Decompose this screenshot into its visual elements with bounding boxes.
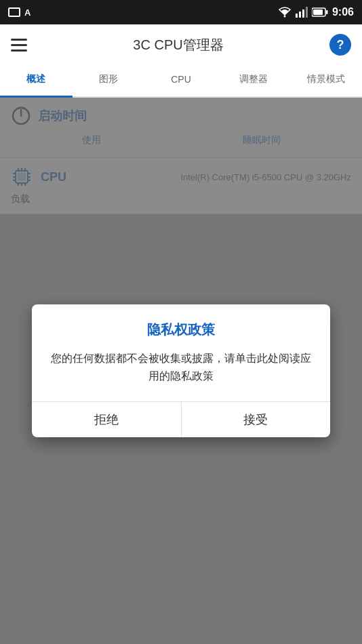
svg-point-0 [283, 16, 285, 18]
menu-button[interactable] [11, 39, 27, 52]
svg-rect-2 [299, 12, 301, 18]
status-bar-right: 9:06 [278, 6, 354, 18]
wifi-icon [278, 7, 291, 18]
status-bar: A 9:06 [0, 0, 362, 24]
keyboard-icon: A [24, 7, 31, 18]
tab-cpu[interactable]: CPU [145, 64, 218, 96]
battery-icon [312, 7, 328, 17]
accept-button[interactable]: 接受 [182, 402, 331, 437]
app-title: 3C CPU管理器 [133, 36, 223, 54]
dialog-title: 隐私权政策 [45, 321, 317, 339]
tab-overview[interactable]: 概述 [0, 64, 73, 96]
svg-rect-1 [296, 14, 298, 18]
svg-rect-3 [302, 9, 304, 18]
help-button[interactable]: ? [329, 34, 351, 56]
svg-rect-6 [326, 10, 328, 14]
top-bar: 3C CPU管理器 ? [0, 24, 362, 65]
tab-scene[interactable]: 情景模式 [289, 64, 362, 96]
svg-rect-7 [313, 9, 323, 15]
time-display: 9:06 [332, 6, 354, 18]
dialog-body: 您的任何数据都不会被收集或披露，请单击此处阅读应用的隐私政策 [45, 350, 317, 384]
tab-graph[interactable]: 图形 [73, 64, 145, 96]
dialog-overlay: 隐私权政策 您的任何数据都不会被收集或披露，请单击此处阅读应用的隐私政策 拒绝 … [0, 98, 362, 644]
status-bar-left: A [8, 7, 31, 18]
main-content: 启动时间 使用 睡眠时间 [0, 98, 362, 644]
signal-icon [296, 7, 308, 18]
reject-button[interactable]: 拒绝 [32, 402, 182, 437]
dialog-buttons: 拒绝 接受 [32, 401, 330, 437]
privacy-dialog: 隐私权政策 您的任何数据都不会被收集或披露，请单击此处阅读应用的隐私政策 拒绝 … [32, 304, 330, 437]
svg-rect-4 [306, 7, 308, 18]
tab-bar: 概述 图形 CPU 调整器 情景模式 [0, 65, 362, 98]
window-icon [8, 7, 20, 17]
tab-adjuster[interactable]: 调整器 [217, 64, 289, 96]
